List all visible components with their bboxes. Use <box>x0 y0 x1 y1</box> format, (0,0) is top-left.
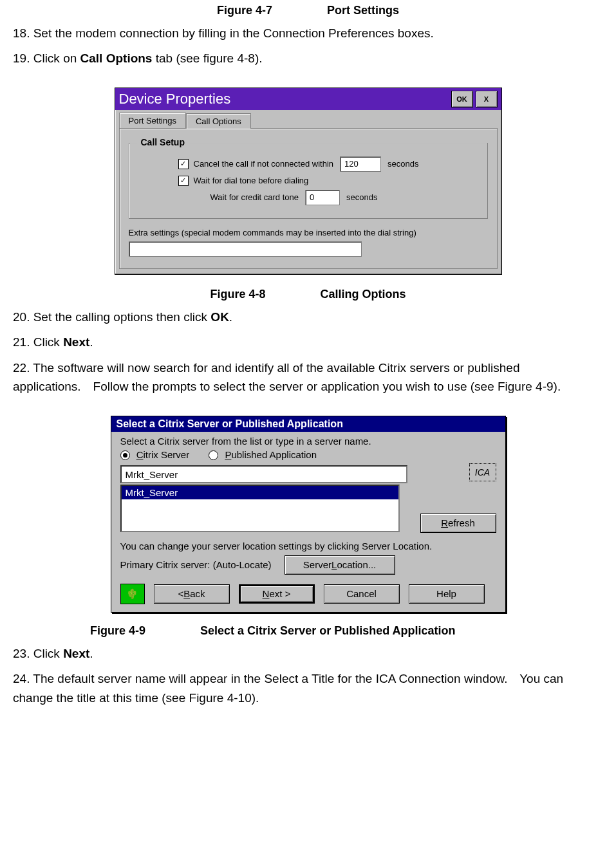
figure-4-7-caption: Figure 4-7 Port Settings <box>13 4 603 17</box>
seconds-label: seconds <box>387 159 418 169</box>
credit-card-seconds-input[interactable]: 0 <box>305 190 340 205</box>
radio-icon <box>209 450 218 460</box>
tab-call-options[interactable]: Call Options <box>186 113 251 129</box>
step-21: 21. Click Next. <box>13 333 603 351</box>
step-23: 23. Click Next. <box>13 644 603 663</box>
underline-char: P <box>225 449 231 460</box>
cancel-call-checkbox[interactable]: ✓ <box>178 159 189 169</box>
wait-dial-tone-row: ✓ Wait for dial tone before dialing <box>140 176 477 186</box>
figure-title: Port Settings <box>327 4 399 17</box>
extra-settings-label: Extra settings (special modem commands m… <box>129 228 488 237</box>
button-row: 🌵 < Back Next > Cancel Help <box>120 584 496 604</box>
cancel-call-row: ✓ Cancel the call if not connected withi… <box>140 156 477 172</box>
text: < <box>178 588 183 599</box>
tab-row: Port Settings Call Options <box>115 110 501 128</box>
bold-text: Next <box>63 647 89 660</box>
figure-title: Calling Options <box>321 288 406 301</box>
step-22: 22. The software will now search for and… <box>13 358 603 396</box>
server-location-button[interactable]: Server Location... <box>285 555 395 575</box>
instruction-text: Select a Citrix server from the list or … <box>120 436 496 447</box>
underline-char: B <box>183 588 190 599</box>
next-button[interactable]: Next > <box>239 584 315 604</box>
text: . <box>89 335 93 349</box>
figure-number: Figure 4-8 <box>210 288 265 301</box>
server-listbox[interactable]: Mrkt_Server <box>120 485 400 532</box>
text: . <box>89 647 93 660</box>
ica-logo-icon: ICA <box>469 463 496 481</box>
underline-char: N <box>263 588 270 599</box>
figure-number: Figure 4-9 <box>90 624 145 638</box>
server-name-input[interactable]: Mrkt_Server <box>120 465 407 483</box>
wait-dial-tone-label: Wait for dial tone before dialing <box>194 176 309 185</box>
seconds-label: seconds <box>346 192 377 202</box>
text: . <box>229 310 232 324</box>
text: ext > <box>269 588 290 599</box>
bold-text: OK <box>210 310 229 324</box>
figure-title: Select a Citrix Server or Published Appl… <box>200 624 455 637</box>
text: 23. Click <box>13 647 63 660</box>
step-18: 18. Set the modem connection by filling … <box>13 24 603 42</box>
primary-server-label: Primary Citrix server: (Auto-Locate) <box>120 559 272 570</box>
text: 19. Click on <box>13 51 80 65</box>
step-24: 24. The default server name will appear … <box>13 669 603 707</box>
close-button[interactable]: X <box>476 91 498 107</box>
underline-char: R <box>441 517 448 528</box>
bold-text: Next <box>63 335 89 349</box>
dialog-body: Select a Citrix server from the list or … <box>111 432 505 612</box>
text: 22. The software will now search for and… <box>13 358 603 396</box>
help-button[interactable]: Help <box>409 584 485 604</box>
step-19: 19. Click on Call Options tab (see figur… <box>13 49 603 68</box>
text: tab (see figure 4-8). <box>152 51 262 65</box>
credit-card-label: Wait for credit card tone <box>210 192 299 202</box>
back-button[interactable]: < Back <box>154 584 230 604</box>
text: 20. Set the calling options then click <box>13 310 210 324</box>
dialog-titlebar: Select a Citrix Server or Published Appl… <box>111 416 505 432</box>
text: Server <box>303 559 331 570</box>
refresh-button[interactable]: Refresh <box>420 514 496 533</box>
figure-4-9-caption: Figure 4-9 Select a Citrix Server or Pub… <box>13 624 603 638</box>
text: 21. Click <box>13 335 63 349</box>
published-app-radio-option[interactable]: Published Application <box>209 449 317 461</box>
text: efresh <box>448 517 475 528</box>
text: ack <box>190 588 205 599</box>
tab-port-settings[interactable]: Port Settings <box>119 113 186 128</box>
figure-4-8-caption: Figure 4-8 Calling Options <box>13 288 603 301</box>
radio-icon <box>120 450 130 460</box>
citrix-server-radio-option[interactable]: Citrix Server <box>120 449 190 461</box>
cancel-call-seconds-input[interactable]: 120 <box>340 156 381 172</box>
change-location-text: You can change your server location sett… <box>120 541 496 551</box>
text: ublished Application <box>231 449 317 460</box>
step-20: 20. Set the calling options then click O… <box>13 308 603 326</box>
wait-dial-tone-checkbox[interactable]: ✓ <box>178 176 189 186</box>
extra-settings-input[interactable] <box>129 241 362 257</box>
text: ocation... <box>337 559 376 570</box>
select-citrix-server-dialog: Select a Citrix Server or Published Appl… <box>111 416 506 613</box>
ok-button[interactable]: OK <box>451 91 473 107</box>
cactus-icon: 🌵 <box>120 584 145 604</box>
device-properties-dialog: Device Properties OK X Port Settings Cal… <box>115 88 502 275</box>
call-setup-group: Call Setup ✓ Cancel the call if not conn… <box>129 143 488 219</box>
credit-card-row: Wait for credit card tone 0 seconds <box>140 190 477 205</box>
text: itrix Server <box>144 449 190 460</box>
dialog-title: Device Properties <box>119 91 231 107</box>
cancel-button[interactable]: Cancel <box>324 584 400 604</box>
radio-row: Citrix Server Published Application <box>120 449 413 461</box>
bold-text: Call Options <box>80 51 153 65</box>
dialog-titlebar: Device Properties OK X <box>115 88 501 110</box>
figure-number: Figure 4-7 <box>217 4 272 17</box>
tab-body: Call Setup ✓ Cancel the call if not conn… <box>119 128 498 269</box>
underline-char: C <box>136 449 144 460</box>
underline-char: L <box>331 559 337 570</box>
cancel-call-label: Cancel the call if not connected within <box>194 159 334 169</box>
group-title: Call Setup <box>137 137 189 147</box>
list-item[interactable]: Mrkt_Server <box>122 486 398 499</box>
